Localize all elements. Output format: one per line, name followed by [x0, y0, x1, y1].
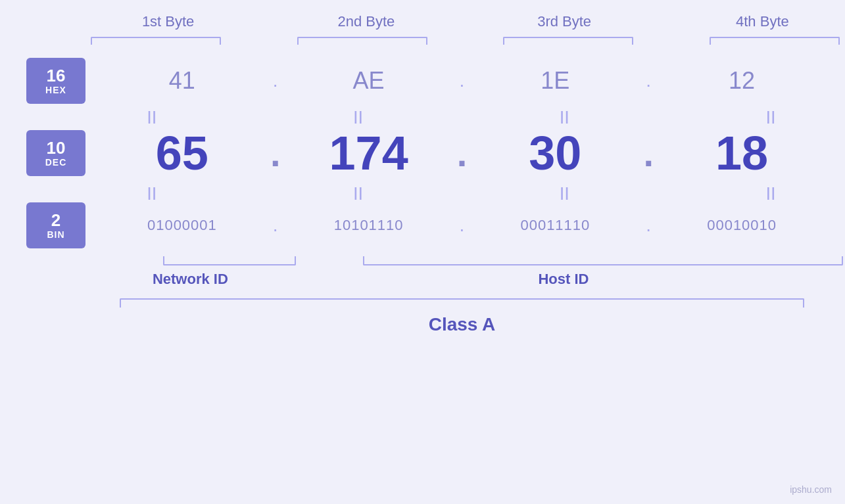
eq-1-3: || — [479, 109, 652, 124]
class-bracket — [120, 298, 805, 308]
host-bracket-wrap — [348, 256, 845, 265]
host-bracket — [363, 256, 843, 265]
network-bracket — [163, 256, 296, 265]
id-labels-row: Network ID Host ID — [26, 271, 819, 288]
dec-val-2: 174 — [292, 126, 446, 180]
host-id-cell: Host ID — [308, 271, 819, 288]
network-id-cell: Network ID — [105, 271, 276, 288]
hex-dot-3: . — [632, 70, 665, 91]
eq-1-2: || — [272, 109, 446, 124]
eq-2-2: || — [272, 185, 446, 200]
dec-val-4: 18 — [665, 126, 819, 180]
bin-badge: 2 BIN — [26, 202, 85, 248]
dec-dot-2: . — [446, 132, 479, 175]
eq-1-4: || — [685, 109, 845, 124]
eq-2-3: || — [479, 185, 652, 200]
host-id-label: Host ID — [538, 271, 589, 288]
dec-row: 10 DEC 65 . 174 . 30 . 18 — [26, 126, 819, 180]
dec-base-num: 10 — [47, 139, 66, 158]
equals-row-1: || || || || — [66, 106, 845, 126]
network-id-label: Network ID — [153, 271, 228, 288]
bin-dot-2: . — [446, 215, 479, 236]
hex-row: 16 HEX 41 . AE . 1E . 12 — [26, 58, 819, 104]
class-a-label: Class A — [429, 314, 496, 335]
watermark: ipshu.com — [790, 484, 832, 495]
byte-header-1: 1st Byte — [69, 13, 267, 30]
byte-header-3: 3rd Byte — [466, 13, 664, 30]
bin-base-num: 2 — [51, 211, 60, 230]
class-label-row: Class A — [26, 314, 819, 335]
hex-val-1: 41 — [105, 67, 259, 95]
byte-header-2: 2nd Byte — [267, 13, 465, 30]
hex-base-label: HEX — [45, 85, 66, 95]
dec-dot-3: . — [632, 132, 665, 175]
bin-dot-3: . — [632, 215, 665, 236]
dec-val-3: 30 — [479, 126, 633, 180]
bin-base-label: BIN — [47, 229, 64, 240]
eq-1-1: || — [66, 109, 239, 124]
dec-badge: 10 DEC — [26, 130, 85, 176]
main-container: 1st Byte 2nd Byte 3rd Byte 4th Byte 16 H… — [0, 0, 845, 504]
class-label-cell: Class A — [105, 314, 819, 335]
hex-val-4: 12 — [665, 67, 819, 95]
bin-val-2: 10101110 — [292, 217, 446, 234]
equals-row-2: || || || || — [66, 183, 845, 202]
hex-base-num: 16 — [47, 66, 66, 85]
bin-values: 01000001 . 10101110 . 00011110 . 0001001… — [105, 215, 819, 236]
bin-val-4: 00010010 — [665, 217, 819, 234]
bin-dot-1: . — [259, 215, 292, 236]
top-bracket-3 — [482, 37, 656, 45]
bin-val-3: 00011110 — [479, 217, 633, 234]
hex-dot-1: . — [259, 70, 292, 91]
top-bracket-4 — [688, 37, 845, 45]
hex-values: 41 . AE . 1E . 12 — [105, 67, 819, 95]
hex-val-2: AE — [292, 67, 446, 95]
dec-val-1: 65 — [105, 126, 259, 180]
top-brackets — [69, 37, 845, 45]
top-bracket-1 — [69, 37, 243, 45]
byte-headers: 1st Byte 2nd Byte 3rd Byte 4th Byte — [69, 13, 845, 30]
hex-dot-2: . — [446, 70, 479, 91]
bin-val-1: 01000001 — [105, 217, 259, 234]
hex-badge: 16 HEX — [26, 58, 85, 104]
dec-values: 65 . 174 . 30 . 18 — [105, 126, 819, 180]
eq-2-4: || — [685, 185, 845, 200]
class-line-row — [26, 298, 819, 308]
dec-base-label: DEC — [45, 157, 67, 168]
dec-dot-1: . — [259, 132, 292, 175]
eq-2-1: || — [66, 185, 239, 200]
hex-val-3: 1E — [479, 67, 633, 95]
bin-row: 2 BIN 01000001 . 10101110 . 00011110 . — [26, 202, 819, 248]
byte-header-4: 4th Byte — [664, 13, 845, 30]
top-bracket-2 — [276, 37, 449, 45]
network-bracket-wrap — [145, 256, 315, 265]
